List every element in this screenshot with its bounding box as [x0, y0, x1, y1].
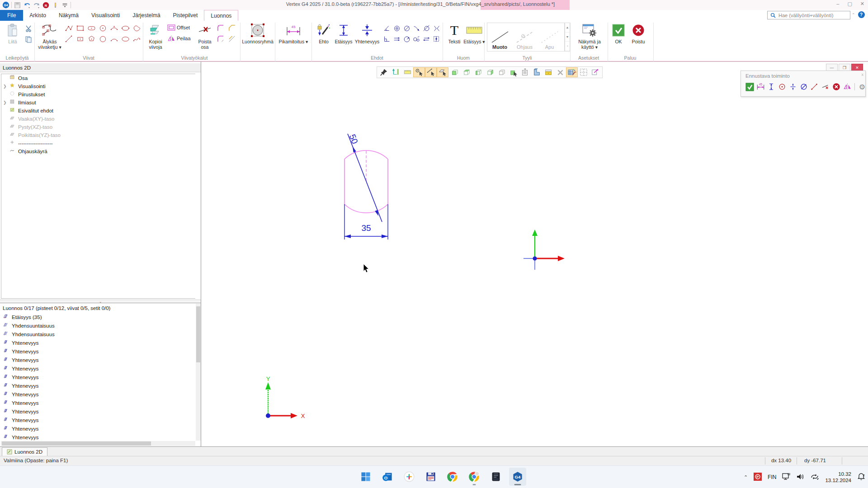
tangent-constraint-tool[interactable] [412, 23, 421, 33]
taskbar-slack-icon[interactable] [401, 468, 418, 486]
offset-button[interactable]: Offset [167, 24, 190, 31]
tree-item[interactable]: Poikittais(YZ)-taso [1, 131, 195, 139]
constraint-item[interactable]: Yhdensuuntaisuus [1, 321, 195, 330]
constraint-item[interactable]: Yhtenevyys [1, 390, 195, 399]
constraint-item[interactable]: Etäisyys (35) [1, 313, 195, 321]
g4-logo-icon[interactable]: G4 [2, 1, 9, 9]
style-apu[interactable]: Apu [537, 23, 562, 51]
chevron-right-icon[interactable]: ❯ [3, 84, 8, 89]
constraint-item[interactable]: Yhtenevyys [1, 407, 195, 416]
constraint-item[interactable]: Yhtenevyys [1, 399, 195, 407]
maximize-button[interactable]: ▢ [847, 1, 852, 7]
arc-tool[interactable] [109, 34, 119, 44]
symmetry-predictive-button[interactable] [788, 82, 798, 92]
cube-left-tool-button[interactable] [472, 67, 484, 77]
taskbar-chrome-icon[interactable] [444, 468, 461, 486]
cube-front-tool-button[interactable] [448, 67, 460, 77]
part-blue-tool-button[interactable] [531, 67, 542, 77]
snap-line-tool-button[interactable] [425, 67, 437, 77]
language-indicator[interactable]: FIN [768, 474, 776, 480]
constraint-item[interactable]: Yhtenevyys [1, 424, 195, 433]
notification-bell-icon[interactable]: z [857, 473, 865, 482]
cube-solid-tool-button[interactable] [495, 67, 507, 77]
equal-constraint-tool[interactable] [412, 34, 421, 44]
mirror-predictive-button[interactable] [842, 82, 852, 92]
delete-tool-button[interactable] [554, 67, 566, 77]
split-constraint-tool[interactable] [432, 23, 441, 33]
constraint-item[interactable]: Yhtenevyys [1, 416, 195, 424]
text-button[interactable]: T Teksti [445, 23, 463, 54]
quick-dimension-button[interactable]: 45 Pikamitoitus ▾ [277, 23, 310, 54]
constraint-item[interactable]: Yhtenevyys [1, 433, 195, 441]
copy-lines-button[interactable]: Kopioiviivoja [145, 23, 166, 54]
tree-item[interactable]: Ohjauskäyrä [1, 147, 195, 155]
constraint-button[interactable]: Ehto [315, 23, 332, 54]
taskbar-chrome-alt-icon[interactable] [466, 468, 483, 486]
list-tool-button[interactable] [519, 67, 531, 77]
tab-nakyma[interactable]: Näkymä [52, 10, 85, 21]
taskbar-backup-icon[interactable] [422, 468, 439, 486]
cube-top-tool-button[interactable] [460, 67, 472, 77]
copy-button[interactable] [24, 34, 33, 44]
pin-tool-button[interactable] [378, 67, 390, 77]
ok-button[interactable]: OK [610, 23, 627, 54]
polyline-tool[interactable] [64, 23, 74, 33]
tree-item[interactable]: ❯Ilmiasut [1, 99, 195, 107]
paste-button[interactable]: Liitä [3, 23, 23, 54]
rounded-slot-tool[interactable] [87, 23, 96, 33]
perp-diameter-constraint-tool[interactable] [402, 23, 411, 33]
record-icon[interactable]: R [42, 1, 50, 9]
undo-icon[interactable] [23, 1, 31, 9]
tree-item[interactable]: Pysty(XZ)-taso [1, 123, 195, 131]
tree-item[interactable]: Osa [1, 74, 195, 82]
opposed-constraint-tool[interactable] [422, 34, 431, 44]
line-segment-predictive-button[interactable] [810, 82, 820, 92]
display-icon[interactable] [782, 473, 790, 482]
rectangle-tool[interactable] [75, 23, 85, 33]
wand-table-tool-button[interactable] [566, 67, 578, 77]
fixed-constraint-tool[interactable] [432, 34, 441, 44]
measure-tool-button[interactable] [390, 67, 401, 77]
cube-select-tool-button[interactable] [507, 67, 519, 77]
sync-icon[interactable] [810, 473, 819, 482]
circle-center-tool[interactable] [98, 23, 108, 33]
spline-tool[interactable] [132, 34, 142, 44]
dim-vertical-predictive-button[interactable] [766, 82, 776, 92]
ellipse-points-tool[interactable] [121, 23, 130, 33]
constraint-item[interactable]: Yhtenevyys [1, 381, 195, 390]
drawing-canvas[interactable] [201, 61, 868, 446]
tree-item[interactable]: Vaaka(XY)-taso [1, 115, 195, 123]
gear-predictive-button[interactable]: ⚙ [857, 82, 867, 92]
constraint-list-scrollbar[interactable] [196, 304, 201, 441]
ellipse-tool[interactable] [121, 34, 130, 44]
minimize-button[interactable]: – [836, 1, 839, 7]
highlight-icon[interactable] [52, 1, 59, 9]
closed-spline-tool[interactable] [132, 23, 142, 33]
quick-dim-predictive-button[interactable]: 45 [755, 82, 765, 92]
right-angle-constraint-tool[interactable] [382, 34, 392, 44]
drawer-tool-button[interactable] [542, 67, 554, 77]
round-corner-alt-tool[interactable] [216, 34, 226, 44]
parallel-constraint-tool[interactable] [392, 34, 401, 44]
taskbar-start-icon[interactable] [357, 468, 374, 486]
tab-file[interactable]: File [0, 10, 23, 21]
menu-list-icon[interactable] [61, 1, 69, 9]
chevron-up-icon[interactable]: ⌃ [852, 13, 855, 17]
arc-3pt-tool[interactable] [109, 23, 119, 33]
exit-button[interactable]: Poistu [628, 23, 648, 54]
tab-arkisto[interactable]: Arkisto [23, 10, 52, 21]
angle-constraint-tool[interactable] [382, 23, 392, 33]
tree-item[interactable]: Piirustukset [1, 90, 195, 99]
constraint-item[interactable]: Yhdensuuntaisuus [1, 330, 195, 338]
taskbar-outlook-icon[interactable]: O [379, 468, 396, 486]
tab-jarjestelma[interactable]: Järjestelmä [126, 10, 166, 21]
no-intersect-constraint-tool[interactable] [422, 23, 431, 33]
radius-constraint-tool[interactable] [402, 34, 411, 44]
tab-luonnos-2d[interactable]: Luonnos 2D [2, 447, 47, 456]
tree-item[interactable]: Esivalitut ehdot [1, 107, 195, 115]
tab-visualisointi[interactable]: Visualisointi [85, 10, 126, 21]
predictive-panel-close-icon[interactable]: x [862, 72, 864, 77]
polygon-tool[interactable] [87, 34, 96, 44]
measure-distance-button[interactable]: Etäisyys ▾ [464, 23, 484, 54]
view-settings-button[interactable]: Näkymä jakäyttö ▾ [575, 23, 604, 54]
